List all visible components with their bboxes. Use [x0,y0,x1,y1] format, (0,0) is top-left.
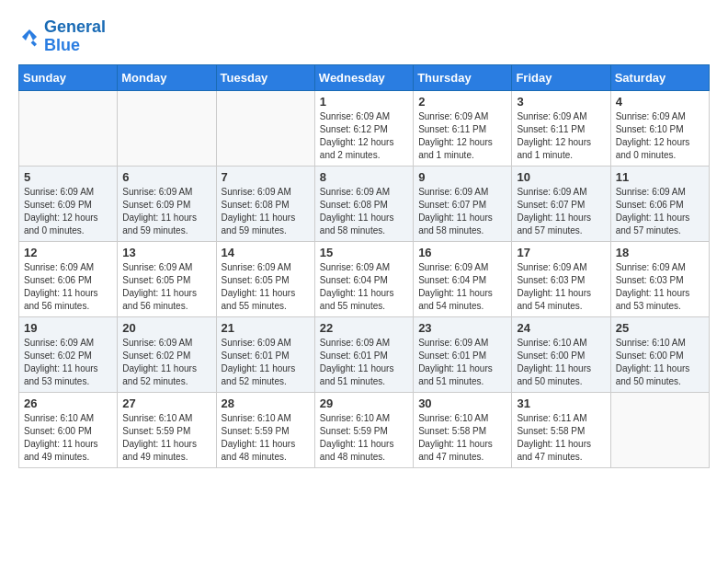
day-info: Sunrise: 6:09 AM Sunset: 6:03 PM Dayligh… [616,261,704,313]
day-number: 10 [517,170,605,184]
day-info: Sunrise: 6:09 AM Sunset: 6:09 PM Dayligh… [24,186,112,237]
weekday-header: Friday [512,64,610,90]
day-info: Sunrise: 6:09 AM Sunset: 6:08 PM Dayligh… [320,186,408,237]
calendar-cell: 28Sunrise: 6:10 AM Sunset: 5:59 PM Dayli… [216,392,314,467]
calendar-cell: 14Sunrise: 6:09 AM Sunset: 6:05 PM Dayli… [216,241,314,316]
weekday-header: Sunday [19,64,118,90]
day-number: 11 [616,170,704,184]
calendar-cell: 27Sunrise: 6:10 AM Sunset: 5:59 PM Dayli… [118,392,216,467]
calendar-cell: 2Sunrise: 6:09 AM Sunset: 6:11 PM Daylig… [414,90,512,166]
calendar-cell: 1Sunrise: 6:09 AM Sunset: 6:12 PM Daylig… [314,90,413,166]
calendar-header: SundayMondayTuesdayWednesdayThursdayFrid… [19,64,710,90]
day-number: 19 [24,321,112,335]
day-number: 29 [320,396,408,410]
weekday-header: Thursday [414,64,512,90]
day-info: Sunrise: 6:09 AM Sunset: 6:02 PM Dayligh… [122,337,210,388]
day-info: Sunrise: 6:09 AM Sunset: 6:06 PM Dayligh… [24,261,112,313]
day-number: 9 [418,170,506,184]
calendar-week-row: 26Sunrise: 6:10 AM Sunset: 6:00 PM Dayli… [19,392,710,467]
calendar-week-row: 12Sunrise: 6:09 AM Sunset: 6:06 PM Dayli… [19,241,710,316]
calendar-cell [118,90,216,166]
calendar-cell: 10Sunrise: 6:09 AM Sunset: 6:07 PM Dayli… [512,166,610,241]
calendar-cell: 23Sunrise: 6:09 AM Sunset: 6:01 PM Dayli… [414,316,512,392]
calendar-cell: 4Sunrise: 6:09 AM Sunset: 6:10 PM Daylig… [610,90,709,166]
day-info: Sunrise: 6:09 AM Sunset: 6:10 PM Dayligh… [616,110,704,162]
day-info: Sunrise: 6:09 AM Sunset: 6:05 PM Dayligh… [222,261,310,313]
day-info: Sunrise: 6:09 AM Sunset: 6:11 PM Dayligh… [418,110,506,162]
day-info: Sunrise: 6:09 AM Sunset: 6:04 PM Dayligh… [418,261,506,313]
calendar: SundayMondayTuesdayWednesdayThursdayFrid… [18,64,710,468]
calendar-cell: 3Sunrise: 6:09 AM Sunset: 6:11 PM Daylig… [512,90,610,166]
day-number: 4 [616,95,704,109]
day-number: 26 [24,396,112,410]
day-info: Sunrise: 6:10 AM Sunset: 5:59 PM Dayligh… [122,412,210,464]
day-number: 15 [320,246,408,259]
calendar-cell: 17Sunrise: 6:09 AM Sunset: 6:03 PM Dayli… [512,241,610,316]
day-info: Sunrise: 6:09 AM Sunset: 6:01 PM Dayligh… [418,337,506,388]
day-number: 27 [122,396,210,410]
calendar-cell: 15Sunrise: 6:09 AM Sunset: 6:04 PM Dayli… [314,241,413,316]
weekday-header: Saturday [610,64,709,90]
day-info: Sunrise: 6:10 AM Sunset: 6:00 PM Dayligh… [517,337,605,388]
day-number: 2 [418,95,506,109]
calendar-cell: 21Sunrise: 6:09 AM Sunset: 6:01 PM Dayli… [216,316,314,392]
day-number: 14 [222,246,310,259]
day-number: 30 [418,396,506,410]
calendar-week-row: 5Sunrise: 6:09 AM Sunset: 6:09 PM Daylig… [19,166,710,241]
calendar-cell: 18Sunrise: 6:09 AM Sunset: 6:03 PM Dayli… [610,241,709,316]
page-header: General Blue [18,18,710,55]
day-info: Sunrise: 6:09 AM Sunset: 6:06 PM Dayligh… [616,186,704,237]
calendar-cell: 26Sunrise: 6:10 AM Sunset: 6:00 PM Dayli… [19,392,118,467]
day-number: 20 [122,321,210,335]
calendar-cell: 24Sunrise: 6:10 AM Sunset: 6:00 PM Dayli… [512,316,610,392]
calendar-cell: 11Sunrise: 6:09 AM Sunset: 6:06 PM Dayli… [610,166,709,241]
day-number: 24 [517,321,605,335]
day-info: Sunrise: 6:11 AM Sunset: 5:58 PM Dayligh… [517,412,605,464]
calendar-cell: 30Sunrise: 6:10 AM Sunset: 5:58 PM Dayli… [414,392,512,467]
calendar-cell: 8Sunrise: 6:09 AM Sunset: 6:08 PM Daylig… [314,166,413,241]
calendar-body: 1Sunrise: 6:09 AM Sunset: 6:12 PM Daylig… [19,90,710,467]
calendar-cell [216,90,314,166]
day-info: Sunrise: 6:09 AM Sunset: 6:01 PM Dayligh… [222,337,310,388]
calendar-week-row: 19Sunrise: 6:09 AM Sunset: 6:02 PM Dayli… [19,316,710,392]
day-info: Sunrise: 6:10 AM Sunset: 5:58 PM Dayligh… [418,412,506,464]
day-info: Sunrise: 6:10 AM Sunset: 6:00 PM Dayligh… [24,412,112,464]
calendar-cell: 7Sunrise: 6:09 AM Sunset: 6:08 PM Daylig… [216,166,314,241]
calendar-cell: 12Sunrise: 6:09 AM Sunset: 6:06 PM Dayli… [19,241,118,316]
day-number: 25 [616,321,704,335]
day-number: 22 [320,321,408,335]
day-info: Sunrise: 6:10 AM Sunset: 5:59 PM Dayligh… [320,412,408,464]
day-info: Sunrise: 6:09 AM Sunset: 6:11 PM Dayligh… [517,110,605,162]
calendar-cell: 25Sunrise: 6:10 AM Sunset: 6:00 PM Dayli… [610,316,709,392]
calendar-week-row: 1Sunrise: 6:09 AM Sunset: 6:12 PM Daylig… [19,90,710,166]
day-info: Sunrise: 6:09 AM Sunset: 6:07 PM Dayligh… [418,186,506,237]
calendar-cell: 20Sunrise: 6:09 AM Sunset: 6:02 PM Dayli… [118,316,216,392]
day-number: 5 [24,170,112,184]
day-number: 31 [517,396,605,410]
logo: General Blue [18,18,106,55]
day-info: Sunrise: 6:09 AM Sunset: 6:05 PM Dayligh… [122,261,210,313]
day-info: Sunrise: 6:09 AM Sunset: 6:03 PM Dayligh… [517,261,605,313]
calendar-cell: 22Sunrise: 6:09 AM Sunset: 6:01 PM Dayli… [314,316,413,392]
day-number: 8 [320,170,408,184]
day-info: Sunrise: 6:09 AM Sunset: 6:02 PM Dayligh… [24,337,112,388]
day-info: Sunrise: 6:09 AM Sunset: 6:07 PM Dayligh… [517,186,605,237]
calendar-cell [610,392,709,467]
day-number: 18 [616,246,704,259]
day-number: 12 [24,246,112,259]
weekday-header: Monday [118,64,216,90]
day-number: 16 [418,246,506,259]
day-number: 17 [517,246,605,259]
day-number: 7 [222,170,310,184]
day-info: Sunrise: 6:09 AM Sunset: 6:08 PM Dayligh… [222,186,310,237]
day-info: Sunrise: 6:09 AM Sunset: 6:09 PM Dayligh… [122,186,210,237]
logo-icon [18,26,40,48]
calendar-cell: 19Sunrise: 6:09 AM Sunset: 6:02 PM Dayli… [19,316,118,392]
calendar-cell: 31Sunrise: 6:11 AM Sunset: 5:58 PM Dayli… [512,392,610,467]
calendar-cell: 6Sunrise: 6:09 AM Sunset: 6:09 PM Daylig… [118,166,216,241]
logo-text: General Blue [44,18,106,55]
day-info: Sunrise: 6:09 AM Sunset: 6:12 PM Dayligh… [320,110,408,162]
calendar-cell: 13Sunrise: 6:09 AM Sunset: 6:05 PM Dayli… [118,241,216,316]
day-info: Sunrise: 6:09 AM Sunset: 6:04 PM Dayligh… [320,261,408,313]
weekday-header: Wednesday [314,64,413,90]
